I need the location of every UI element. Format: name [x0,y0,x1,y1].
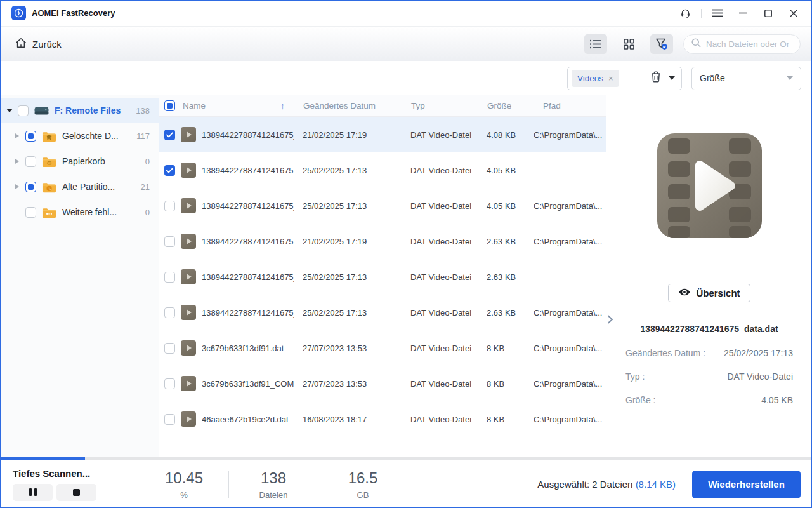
cell-name: 46aaee672b19ce2d.dat [159,411,294,427]
header-cell-name[interactable]: Name ↑ [159,95,294,116]
detail-value: 4.05 KB [761,395,793,405]
row-checkbox[interactable] [164,343,175,354]
table-row-1[interactable]: 13894422788741241675_d...25/02/2025 17:1… [159,152,606,188]
pause-scan-button[interactable] [13,484,53,501]
cell-name: 13894422788741241675_d... [159,198,294,213]
table-row-0[interactable]: 13894422788741241675_d...21/02/2025 17:1… [159,117,606,152]
search-box[interactable] [683,34,801,54]
select-all-checkbox[interactable] [164,100,175,111]
row-checkbox[interactable] [164,414,175,425]
sort-by-dropdown[interactable]: Größe [691,67,801,90]
sidebar-checkbox[interactable] [25,182,36,192]
eye-icon [678,288,691,298]
cell-type: DAT Video-Datei [402,308,478,318]
table-row-2[interactable]: 13894422788741241675_d...25/02/2025 17:1… [159,188,606,224]
chevron-right-icon[interactable] [13,184,22,189]
table-row-5[interactable]: 13894422788741241675_tri...25/02/2025 17… [159,295,606,330]
home-icon [15,37,27,50]
triangle-right [15,133,19,138]
cell-date: 21/02/2025 17:19 [294,237,402,246]
filter-type-dropdown[interactable]: Videos × [567,67,682,90]
sidebar-checkbox[interactable] [25,207,36,218]
sidebar-checkbox[interactable] [25,156,36,167]
video-thumbnail-icon [181,411,196,427]
sidebar-item-label: F: Remote Files [55,105,121,116]
support-headset-icon[interactable] [676,4,695,22]
row-checkbox[interactable] [164,165,175,176]
table-row-4[interactable]: 13894422788741241675_tri...25/02/2025 17… [159,259,606,295]
file-name: 13894422788741241675_tri... [202,308,294,318]
cell-name: 13894422788741241675_d... [159,163,294,178]
sidebar-item-3[interactable]: Alte Partitio...21 [0,174,159,199]
chevron-right-icon[interactable] [13,133,22,138]
list-view-button[interactable] [584,34,607,54]
sidebar-checkbox[interactable] [25,131,36,142]
cell-date: 25/02/2025 17:13 [294,166,402,175]
preview-panel: Übersicht 13894422788741241675_data.dat … [606,95,812,457]
file-name: 13894422788741241675_tri... [202,237,294,246]
table-row-3[interactable]: 13894422788741241675_tri...21/02/2025 17… [159,224,606,259]
status-bar: Tiefes Scannen... 10.45 % 138 Dateien [0,460,812,508]
header-cell-type[interactable]: Typ [402,95,478,116]
cell-name: 13894422788741241675_tri... [159,234,294,249]
detail-row-date: Geändertes Datum : 25/02/2025 17:13 [625,348,793,358]
sort-ascending-icon[interactable]: ↑ [280,101,285,111]
table-row-8[interactable]: 46aaee672b19ce2d.dat16/08/2023 18:17DAT … [159,401,606,437]
clear-filters-trash-icon[interactable] [651,71,661,85]
row-checkbox[interactable] [164,272,175,283]
detail-value: DAT Video-Datei [728,371,794,382]
cell-path: C:\ProgramData\... [534,344,606,353]
filter-button[interactable] [650,34,673,54]
video-thumbnail-icon [181,340,196,356]
chevron-down-icon[interactable] [5,109,14,112]
sidebar-item-1[interactable]: Gelöschte D...117 [0,123,159,149]
stat-percent: 10.45 % [140,469,228,500]
close-button[interactable] [784,4,803,22]
overview-button[interactable]: Übersicht [668,284,750,302]
row-checkbox[interactable] [164,307,175,318]
row-checkbox[interactable] [164,130,175,140]
app-title: AOMEI FastRecovery [32,8,115,18]
cell-path: C:\ProgramData\... [534,201,606,211]
filter-tag-remove-icon[interactable]: × [608,74,613,83]
sidebar-item-0[interactable]: F: Remote Files138 [0,98,159,123]
row-checkbox[interactable] [164,201,175,211]
table-row-6[interactable]: 3c679b633f13df91.dat27/07/2023 13:53DAT … [159,330,606,366]
video-thumbnail-icon [181,198,196,213]
back-label: Zurück [32,39,62,50]
filter-caret-down-icon[interactable] [669,76,675,80]
cell-size: 4.05 KB [478,166,534,175]
grid-view-button[interactable] [617,34,640,54]
row-checkbox[interactable] [164,378,175,389]
back-button[interactable]: Zurück [15,37,62,50]
sidebar-item-4[interactable]: Weitere fehl...0 [0,199,159,225]
detail-row-size: Größe : 4.05 KB [625,395,793,405]
cell-type: DAT Video-Datei [402,130,478,140]
table-row-7[interactable]: 3c679b633f13df91_COM1...27/07/2023 13:53… [159,366,606,401]
file-name: 46aaee672b19ce2d.dat [202,415,289,424]
drive-icon [34,106,49,116]
header-cell-path[interactable]: Pfad [534,95,606,116]
stop-scan-button[interactable] [56,484,96,501]
minimize-button[interactable] [733,4,752,22]
cell-path: C:\ProgramData\... [534,308,606,318]
filter-tag-videos[interactable]: Videos × [572,70,619,87]
main-body: F: Remote Files138Gelöschte D...117♻Papi… [0,95,812,457]
maximize-button[interactable] [759,4,778,22]
file-name: 3c679b633f13df91_COM1... [202,379,294,389]
cell-date: 25/02/2025 17:13 [294,201,402,211]
header-cell-date[interactable]: Geändertes Datum [294,95,402,116]
file-name: 13894422788741241675_d... [202,166,294,175]
file-table: Name ↑ Geändertes Datum Typ Größe Pfad 1… [159,95,606,457]
row-checkbox[interactable] [164,236,175,247]
menu-hamburger-icon[interactable] [708,4,727,22]
video-thumbnail-icon [181,234,196,249]
chevron-right-icon[interactable] [13,159,22,164]
sidebar-checkbox[interactable] [18,105,29,116]
cell-path: C:\ProgramData\... [534,130,606,140]
search-input[interactable] [706,39,789,49]
title-bar: AOMEI FastRecovery [0,0,812,27]
header-cell-size[interactable]: Größe [478,95,534,116]
recover-button[interactable]: Wiederherstellen [692,471,801,498]
sidebar-item-2[interactable]: ♻Papierkorb0 [0,149,159,174]
